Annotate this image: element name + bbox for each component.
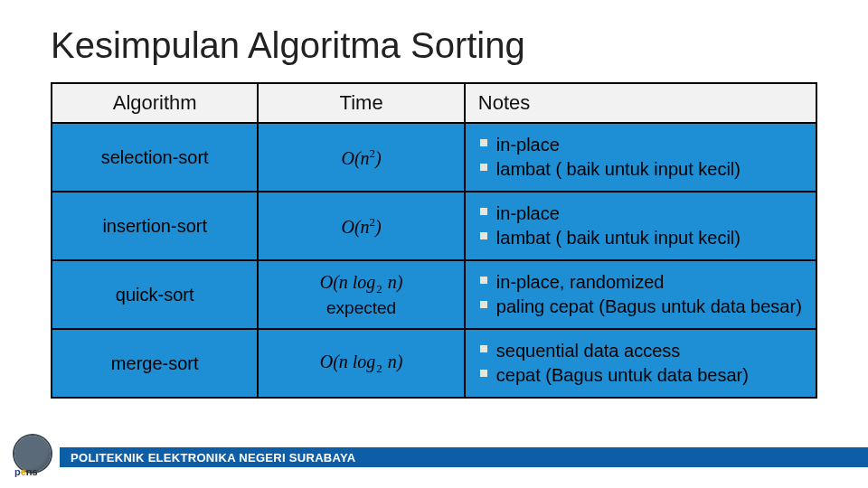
cell-time: O(n2) — [258, 123, 464, 192]
bullet-icon — [480, 164, 487, 171]
footer-org: POLITEKNIK ELEKTRONIKA NEGERI SURABAYA — [71, 451, 356, 465]
note-text: paling cepat (Bagus untuk data besar) — [496, 295, 802, 319]
bullet-icon — [480, 232, 487, 239]
cell-notes: in-place lambat ( baik untuk input kecil… — [465, 123, 816, 192]
note-text: sequential data access — [496, 339, 680, 363]
bullet-icon — [480, 301, 487, 308]
col-time: Time — [258, 83, 464, 123]
table-row: quick-sort O(n log2 n)expected in-place,… — [52, 260, 816, 329]
cell-notes: in-place, randomized paling cepat (Bagus… — [465, 260, 816, 329]
bullet-icon — [480, 208, 487, 215]
cell-algorithm: insertion-sort — [52, 192, 258, 260]
table-row: merge-sort O(n log2 n) sequential data a… — [52, 329, 816, 398]
note-text: lambat ( baik untuk input kecil) — [496, 157, 741, 182]
pens-logo: pens — [13, 439, 54, 475]
note-text: cepat (Bagus untuk data besar) — [496, 363, 749, 388]
table-row: selection-sort O(n2) in-place lambat ( b… — [52, 123, 816, 192]
cell-notes: sequential data access cepat (Bagus untu… — [465, 329, 816, 398]
cell-algorithm: merge-sort — [52, 329, 258, 398]
note-text: in-place — [496, 202, 560, 226]
bullet-icon — [480, 345, 487, 352]
table-header-row: Algorithm Time Notes — [52, 83, 816, 123]
note-text: in-place — [496, 133, 560, 157]
footer: pens POLITEKNIK ELEKTRONIKA NEGERI SURAB… — [0, 439, 868, 475]
cell-algorithm: selection-sort — [52, 123, 258, 192]
note-text: in-place, randomized — [496, 270, 665, 295]
table-row: insertion-sort O(n2) in-place lambat ( b… — [52, 192, 816, 260]
bullet-icon — [480, 370, 487, 377]
note-text: lambat ( baik untuk input kecil) — [496, 226, 741, 250]
bullet-icon — [480, 277, 487, 284]
cell-time: O(n log2 n)expected — [258, 260, 464, 329]
page-title: Kesimpulan Algoritma Sorting — [51, 25, 817, 66]
col-algorithm: Algorithm — [52, 83, 258, 123]
cell-time: O(n2) — [258, 192, 464, 260]
col-notes: Notes — [465, 83, 816, 123]
time-extra: expected — [269, 298, 452, 318]
footer-bar: POLITEKNIK ELEKTRONIKA NEGERI SURABAYA — [60, 447, 868, 467]
bullet-icon — [480, 139, 487, 146]
cell-time: O(n log2 n) — [258, 329, 464, 398]
comparison-table: Algorithm Time Notes selection-sort O(n2… — [51, 82, 817, 399]
slide: Kesimpulan Algoritma Sorting Algorithm T… — [0, 0, 868, 399]
cell-algorithm: quick-sort — [52, 260, 258, 329]
cell-notes: in-place lambat ( baik untuk input kecil… — [465, 192, 816, 260]
logo-text: pens — [14, 466, 38, 477]
